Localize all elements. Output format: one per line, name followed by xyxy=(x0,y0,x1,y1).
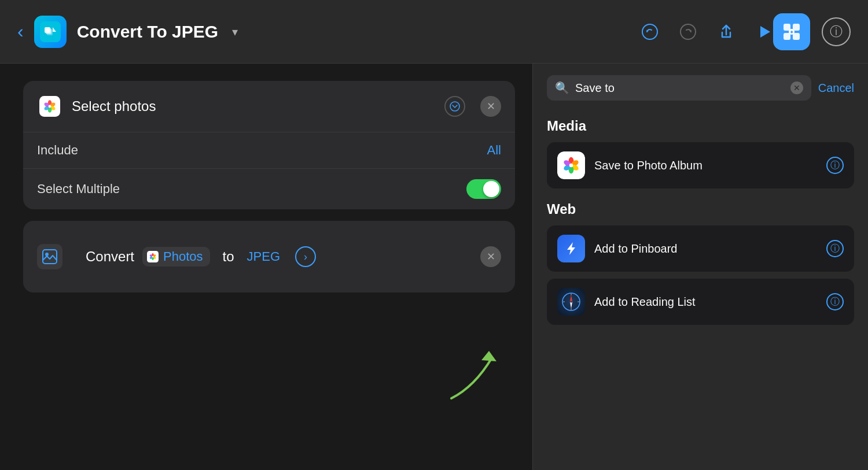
clear-search-button[interactable]: ✕ xyxy=(790,82,803,94)
add-pinboard-info-button[interactable]: ⓘ xyxy=(826,240,844,257)
close-convert-button[interactable]: ✕ xyxy=(480,246,501,267)
app-icon xyxy=(34,16,67,48)
select-multiple-toggle[interactable] xyxy=(466,179,501,199)
svg-point-24 xyxy=(450,102,459,111)
svg-point-34 xyxy=(152,256,154,258)
save-photo-album-info-button[interactable]: ⓘ xyxy=(826,157,844,174)
select-photos-header: Select photos ✕ xyxy=(23,81,515,132)
svg-point-7 xyxy=(681,24,696,39)
svg-marker-46 xyxy=(570,302,572,309)
svg-point-43 xyxy=(569,164,573,168)
include-label: Include xyxy=(37,143,78,158)
add-reading-list-label: Add to Reading List xyxy=(594,295,817,309)
toolbar: ‹ Convert To JPEG ▾ xyxy=(0,0,868,64)
svg-marker-35 xyxy=(481,351,496,361)
play-button[interactable] xyxy=(756,23,773,40)
svg-marker-9 xyxy=(760,26,770,38)
web-section-label: Web xyxy=(547,201,854,217)
include-value[interactable]: All xyxy=(487,143,501,158)
convert-row: Convert xyxy=(72,234,465,280)
convert-action-icon xyxy=(37,244,62,269)
arrow-indicator xyxy=(440,341,509,412)
search-input-wrap[interactable]: 🔍 ✕ xyxy=(547,75,811,101)
select-multiple-label: Select Multiple xyxy=(37,182,120,197)
save-photo-album-label: Save to Photo Album xyxy=(594,159,817,172)
svg-point-5 xyxy=(642,24,657,39)
photos-app-icon xyxy=(37,94,62,119)
info-button[interactable]: ⓘ xyxy=(822,17,851,46)
toolbar-left: ‹ Convert To JPEG ▾ xyxy=(17,16,641,48)
include-row: Include All xyxy=(23,132,515,168)
search-bar: 🔍 ✕ Cancel xyxy=(547,75,854,101)
safari-icon xyxy=(557,288,585,316)
back-button[interactable]: ‹ xyxy=(17,21,24,42)
convert-header: Convert xyxy=(23,221,515,293)
next-button[interactable]: › xyxy=(295,246,316,267)
svg-text:✦: ✦ xyxy=(789,29,794,35)
svg-rect-3 xyxy=(47,29,53,35)
toolbar-right: ✦ ⓘ xyxy=(773,13,851,50)
jpeg-label[interactable]: JPEG xyxy=(247,249,280,264)
svg-marker-45 xyxy=(570,295,572,302)
left-panel: Select photos ✕ Include All Select Multi… xyxy=(0,64,532,470)
list-item[interactable]: Add to Pinboard ⓘ xyxy=(547,225,854,272)
main-content: Select photos ✕ Include All Select Multi… xyxy=(0,64,868,470)
share-button[interactable] xyxy=(718,23,735,40)
expand-button[interactable] xyxy=(444,96,465,117)
pinboard-icon xyxy=(557,235,585,262)
right-panel: 🔍 ✕ Cancel Media xyxy=(532,64,868,470)
svg-point-23 xyxy=(49,105,52,108)
search-input[interactable] xyxy=(575,82,785,95)
add-reading-list-info-button[interactable]: ⓘ xyxy=(826,293,844,310)
dropdown-chevron-icon[interactable]: ▾ xyxy=(232,25,238,39)
list-item[interactable]: Save to Photo Album ⓘ xyxy=(547,142,854,188)
workflow-title: Convert To JPEG xyxy=(77,22,218,42)
cancel-button[interactable]: Cancel xyxy=(818,82,854,95)
close-select-photos-button[interactable]: ✕ xyxy=(480,96,501,117)
save-photo-album-icon xyxy=(557,151,585,179)
select-photos-card: Select photos ✕ Include All Select Multi… xyxy=(23,81,515,209)
search-icon: 🔍 xyxy=(555,81,569,95)
select-photos-title: Select photos xyxy=(72,98,435,114)
photos-badge[interactable]: Photos xyxy=(142,247,210,267)
toggle-knob xyxy=(483,181,499,197)
list-item[interactable]: Add to Reading List ⓘ xyxy=(547,279,854,325)
select-multiple-row: Select Multiple xyxy=(23,169,515,209)
to-label: to xyxy=(223,249,234,265)
info-icon: ⓘ xyxy=(830,23,843,40)
add-pinboard-label: Add to Pinboard xyxy=(594,242,817,256)
photos-badge-text: Photos xyxy=(163,249,203,264)
gallery-button[interactable]: ✦ xyxy=(773,13,810,50)
convert-label: Convert xyxy=(86,249,134,265)
svg-rect-25 xyxy=(43,250,57,264)
convert-card: Convert xyxy=(23,221,515,293)
redo-button[interactable] xyxy=(679,23,697,40)
toolbar-center xyxy=(641,23,773,40)
undo-button[interactable] xyxy=(641,23,659,40)
media-section-label: Media xyxy=(547,118,854,134)
